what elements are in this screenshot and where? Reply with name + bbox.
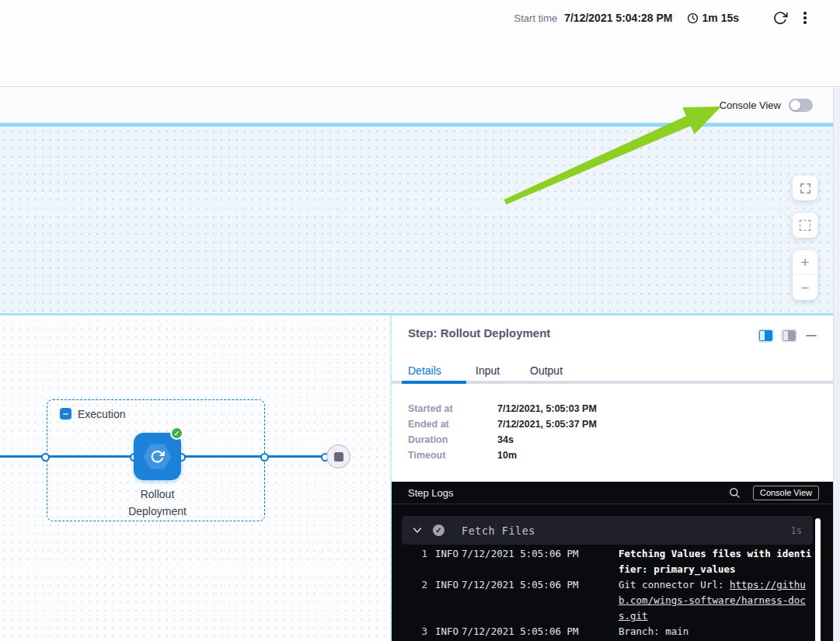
select-area-button[interactable] <box>793 213 817 238</box>
detail-value: 7/12/2021, 5:05:37 PM <box>497 419 597 430</box>
search-icon[interactable] <box>729 487 741 499</box>
panel-window-controls <box>759 330 817 341</box>
section-success-icon: ✓ <box>433 524 444 536</box>
split-view-active-icon[interactable] <box>759 330 772 341</box>
node-label: Rollout Deployment <box>103 486 212 520</box>
minimize-panel-button[interactable] <box>806 335 817 337</box>
log-message-prefix: Git connector Url: <box>619 579 730 590</box>
rollout-deployment-node[interactable] <box>134 433 181 480</box>
success-badge-icon: ✓ <box>170 427 183 440</box>
log-message: Git connector Url: https://github.com/wi… <box>619 577 813 624</box>
more-options-button[interactable] <box>796 8 814 28</box>
detail-row-ended: Ended at7/12/2021, 5:05:37 PM <box>408 419 597 430</box>
execution-canvas[interactable]: Execution ✓ Rollout Deployment <box>0 315 392 641</box>
log-section-title: Fetch Files <box>462 524 535 537</box>
tab-input[interactable]: Input <box>476 364 500 377</box>
log-level: INFO <box>435 624 462 639</box>
detail-value: 10m <box>497 450 517 461</box>
log-section-fetch-files[interactable]: ✓ Fetch Files 1s <box>402 516 813 545</box>
detail-label: Timeout <box>408 450 497 461</box>
canvas-controls: + − <box>793 176 817 300</box>
zoom-pill: + − <box>793 250 817 300</box>
log-timestamp: 7/12/2021 5:05:06 PM <box>462 577 584 593</box>
page-scrollbar-track[interactable] <box>833 88 840 641</box>
panel-title: Step: Rollout Deployment <box>408 326 550 340</box>
logs-header-right: Console View <box>729 486 819 500</box>
detail-row-timeout: Timeout10m <box>408 450 517 461</box>
step-logs-title: Step Logs <box>408 487 454 499</box>
zoom-in-button[interactable]: + <box>793 250 817 275</box>
log-row: 1 INFO 7/12/2021 5:05:06 PM Fetching Val… <box>413 546 833 577</box>
log-line-number: 3 <box>413 624 427 639</box>
clock-icon <box>687 12 699 24</box>
detail-label: Ended at <box>408 419 497 430</box>
chevron-down-icon <box>413 527 422 534</box>
console-view-toggle[interactable] <box>789 99 813 112</box>
tab-output[interactable]: Output <box>530 364 563 377</box>
log-timestamp: 7/12/2021 5:05:06 PM <box>462 546 584 562</box>
start-time-value: 7/12/2021 5:04:28 PM <box>564 12 672 24</box>
toggle-knob <box>790 100 800 110</box>
step-details-panel: Step: Rollout Deployment Details Input O… <box>392 315 833 641</box>
stop-node[interactable] <box>326 444 350 469</box>
log-level: INFO <box>435 546 462 562</box>
plus-icon: + <box>800 255 809 270</box>
console-view-wrap: Console View <box>720 99 813 112</box>
hexagon-shape <box>144 444 172 470</box>
marquee-icon <box>800 220 810 231</box>
log-timestamp: 7/12/2021 5:05:06 PM <box>462 624 584 639</box>
step-logs-header: Step Logs Console View <box>392 482 833 504</box>
collapse-group-button[interactable] <box>60 408 71 420</box>
kebab-icon <box>803 12 807 15</box>
detail-value: 7/12/2021, 5:05:03 PM <box>497 403 597 414</box>
split-view-icon[interactable] <box>782 330 796 341</box>
log-scrollbar-thumb[interactable] <box>815 518 821 641</box>
stop-square-icon <box>334 452 343 462</box>
minus-icon <box>63 413 68 415</box>
fullscreen-icon <box>799 182 812 195</box>
detail-value: 34s <box>497 434 514 445</box>
detail-label: Started at <box>408 403 497 414</box>
logs-console-view-button[interactable]: Console View <box>753 486 819 500</box>
tab-details[interactable]: Details <box>408 364 441 377</box>
refresh-icon <box>772 10 788 26</box>
detail-row-started: Started at7/12/2021, 5:05:03 PM <box>408 403 597 414</box>
step-logs-section: Step Logs Console View ✓ Fetch Files 1s … <box>392 482 833 641</box>
detail-row-duration: Duration34s <box>408 434 514 445</box>
console-view-label: Console View <box>720 99 781 111</box>
log-section-duration: 1s <box>791 525 802 536</box>
log-message: Fetching Values files with identifier: p… <box>619 546 813 577</box>
log-message: Branch: main <box>619 624 813 639</box>
minus-icon: − <box>800 280 809 295</box>
log-line-number: 1 <box>413 546 427 562</box>
execution-header-right: Start time 7/12/2021 5:04:28 PM 1m 15s <box>514 8 814 28</box>
start-time-label: Start time <box>514 12 558 24</box>
log-line-number: 2 <box>413 577 427 593</box>
execution-group-label: Execution <box>78 408 125 420</box>
refresh-button[interactable] <box>770 8 790 28</box>
log-row: 2 INFO 7/12/2021 5:05:06 PM Git connecto… <box>413 577 833 624</box>
connector-port <box>260 453 269 462</box>
execution-header-bar: Start time 7/12/2021 5:04:28 PM 1m 15s <box>0 0 840 87</box>
fit-to-screen-button[interactable] <box>793 176 817 200</box>
log-row: 3 INFO 7/12/2021 5:05:06 PM Branch: main <box>413 624 833 639</box>
tab-active-underline <box>402 381 466 384</box>
duration-wrap: 1m 15s <box>687 12 739 24</box>
stage-toolbar: Console View <box>0 88 833 123</box>
log-lines: 1 INFO 7/12/2021 5:05:06 PM Fetching Val… <box>392 546 833 639</box>
connector-port <box>41 453 50 462</box>
rollout-icon <box>150 449 165 464</box>
stage-canvas[interactable]: + − <box>0 127 833 313</box>
log-level: INFO <box>435 577 462 593</box>
detail-label: Duration <box>408 434 497 445</box>
zoom-out-button[interactable]: − <box>793 275 817 300</box>
duration-value: 1m 15s <box>702 12 739 24</box>
